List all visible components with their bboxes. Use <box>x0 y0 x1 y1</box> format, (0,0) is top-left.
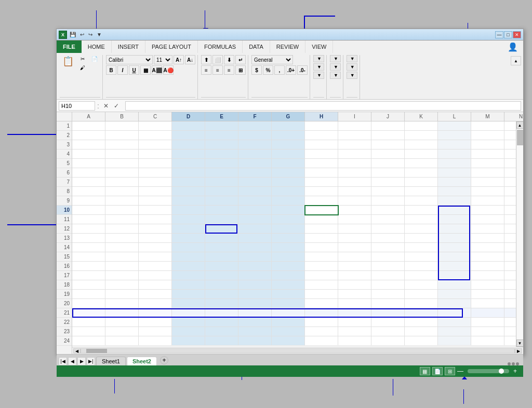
decrease-decimal-button[interactable]: .0- <box>297 65 308 75</box>
col-header-m[interactable]: M <box>471 112 504 121</box>
cell-L11[interactable] <box>438 215 471 224</box>
cell-C3[interactable] <box>139 140 172 149</box>
cell-A19[interactable] <box>72 290 105 299</box>
cell-E18[interactable] <box>205 280 238 290</box>
cell-C7[interactable] <box>139 178 172 187</box>
cell-L24[interactable] <box>438 336 471 346</box>
percent-button[interactable]: % <box>263 65 273 75</box>
cell-K23[interactable] <box>405 327 438 336</box>
merge-center-button[interactable]: ⊞ <box>235 65 246 75</box>
cell-I10[interactable] <box>338 206 371 215</box>
cell-G18[interactable] <box>272 280 305 290</box>
align-top-button[interactable]: ⬆ <box>201 55 211 64</box>
cell-K21[interactable] <box>405 308 438 318</box>
cell-M20[interactable] <box>471 299 504 308</box>
cell-N22[interactable] <box>504 318 516 327</box>
col-header-a[interactable]: A <box>72 112 105 121</box>
cell-D18[interactable] <box>172 280 205 290</box>
cell-D21[interactable] <box>172 308 205 318</box>
cell-N19[interactable] <box>504 290 516 299</box>
cell-I12[interactable] <box>338 224 371 234</box>
cell-J20[interactable] <box>371 299 405 308</box>
cell-I19[interactable] <box>338 290 371 299</box>
cell-F10[interactable] <box>238 206 272 215</box>
cell-N2[interactable] <box>504 131 516 140</box>
cell-H21[interactable] <box>305 308 338 318</box>
comma-button[interactable]: , <box>274 65 285 75</box>
cell-E3[interactable] <box>205 140 238 149</box>
cell-I16[interactable] <box>338 262 371 271</box>
cell-C19[interactable] <box>139 290 172 299</box>
cell-N17[interactable] <box>504 271 516 280</box>
cell-A11[interactable] <box>72 215 105 224</box>
find-select-button[interactable]: ▼ <box>347 72 357 79</box>
cell-F1[interactable] <box>238 121 272 131</box>
cell-K17[interactable] <box>405 271 438 280</box>
cell-A6[interactable] <box>72 168 105 178</box>
cell-C6[interactable] <box>139 168 172 178</box>
cell-G6[interactable] <box>272 168 305 178</box>
cell-F21[interactable] <box>238 308 272 318</box>
cell-B17[interactable] <box>105 271 139 280</box>
cell-F7[interactable] <box>238 178 272 187</box>
cell-C20[interactable] <box>139 299 172 308</box>
cell-M21[interactable] <box>471 308 504 318</box>
horizontal-scrollbar[interactable]: ◀ ▶ <box>72 347 523 354</box>
cell-H19[interactable] <box>305 290 338 299</box>
col-header-d[interactable]: D <box>172 112 205 121</box>
col-header-l[interactable]: L <box>438 112 471 121</box>
cell-J7[interactable] <box>371 178 405 187</box>
cell-A1[interactable] <box>72 121 105 131</box>
cell-B4[interactable] <box>105 149 139 159</box>
cell-A15[interactable] <box>72 252 105 262</box>
copy-button[interactable]: 📄 <box>89 55 100 63</box>
vertical-scrollbar[interactable]: ▲ ▼ <box>516 121 523 347</box>
cell-L4[interactable] <box>438 149 471 159</box>
cell-B6[interactable] <box>105 168 139 178</box>
cell-E24[interactable] <box>205 336 238 346</box>
cell-N6[interactable] <box>504 168 516 178</box>
vscroll-up-button[interactable]: ▲ <box>516 121 524 129</box>
cell-G19[interactable] <box>272 290 305 299</box>
cell-H6[interactable] <box>305 168 338 178</box>
cell-M11[interactable] <box>471 215 504 224</box>
cell-F15[interactable] <box>238 252 272 262</box>
hscroll-right-button[interactable]: ▶ <box>515 348 522 353</box>
cell-B11[interactable] <box>105 215 139 224</box>
cell-B13[interactable] <box>105 234 139 243</box>
cell-G1[interactable] <box>272 121 305 131</box>
cell-L13[interactable] <box>438 234 471 243</box>
cell-N20[interactable] <box>504 299 516 308</box>
cell-M13[interactable] <box>471 234 504 243</box>
cell-G13[interactable] <box>272 234 305 243</box>
cell-N8[interactable] <box>504 187 516 196</box>
cell-M2[interactable] <box>471 131 504 140</box>
cell-D12[interactable] <box>172 224 205 234</box>
cell-C8[interactable] <box>139 187 172 196</box>
cell-N1[interactable] <box>504 121 516 131</box>
conditional-formatting-button[interactable]: ▼ <box>313 55 324 62</box>
cell-G21[interactable] <box>272 308 305 318</box>
cell-F14[interactable] <box>238 243 272 252</box>
cell-C11[interactable] <box>139 215 172 224</box>
cell-J21[interactable] <box>371 308 405 318</box>
quick-access-more[interactable]: ▼ <box>95 31 103 38</box>
cell-D2[interactable] <box>172 131 205 140</box>
close-button[interactable]: ✕ <box>513 31 521 38</box>
cell-I13[interactable] <box>338 234 371 243</box>
cell-D5[interactable] <box>172 159 205 168</box>
cell-H14[interactable] <box>305 243 338 252</box>
cell-L19[interactable] <box>438 290 471 299</box>
italic-button[interactable]: I <box>117 65 128 75</box>
cell-K10[interactable] <box>405 206 438 215</box>
cell-G11[interactable] <box>272 215 305 224</box>
vscroll-down-button[interactable]: ▼ <box>516 339 524 347</box>
cell-C24[interactable] <box>139 336 172 346</box>
cell-D22[interactable] <box>172 318 205 327</box>
cell-L2[interactable] <box>438 131 471 140</box>
cell-I9[interactable] <box>338 196 371 206</box>
menu-tab-review[interactable]: REVIEW <box>270 40 305 53</box>
cell-N14[interactable] <box>504 243 516 252</box>
cell-H5[interactable] <box>305 159 338 168</box>
cell-N24[interactable] <box>504 336 516 346</box>
